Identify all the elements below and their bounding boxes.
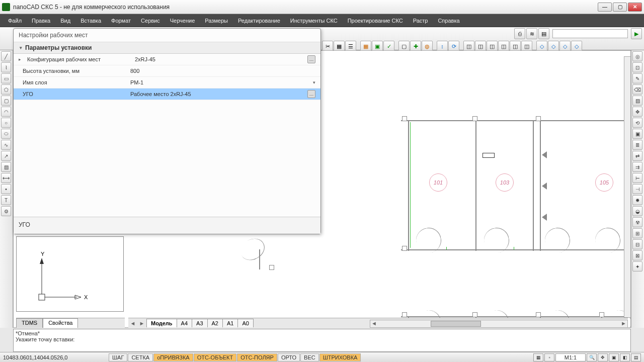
lr-hatch-icon[interactable]: ▨ bbox=[1, 162, 11, 172]
status-zoom-icon[interactable]: 🔍 bbox=[587, 353, 597, 361]
status-flag-штриховка[interactable]: ШТРИХОВКА bbox=[319, 353, 361, 361]
rr-bomb-icon[interactable]: ☢ bbox=[632, 217, 642, 227]
menu-edit[interactable]: Правка bbox=[27, 16, 55, 26]
tool-layers-icon[interactable]: ≋ bbox=[526, 28, 537, 39]
dropdown-icon[interactable]: ▾ bbox=[313, 80, 315, 85]
scroll-right-icon[interactable]: ► bbox=[621, 320, 626, 326]
menu-help[interactable]: Справка bbox=[433, 16, 464, 26]
lr-rect-icon[interactable]: ▭ bbox=[1, 73, 11, 83]
menu-format[interactable]: Формат bbox=[106, 16, 136, 26]
preview-pane: Y X bbox=[16, 236, 124, 312]
side-tab-tdms[interactable]: TDMS bbox=[16, 318, 43, 328]
menu-draw[interactable]: Черчение bbox=[165, 16, 200, 26]
menu-raster[interactable]: Растр bbox=[408, 16, 433, 26]
status-extra-icon[interactable]: ▤ bbox=[631, 353, 641, 361]
lr-ellipse-icon[interactable]: ⬭ bbox=[1, 129, 11, 139]
prop-row-ugo[interactable]: УГО Рабочее место 2xRJ-45… bbox=[14, 88, 320, 100]
lr-arc-icon[interactable]: ◠ bbox=[1, 107, 11, 117]
lr-pline-icon[interactable]: ⌇ bbox=[1, 62, 11, 72]
status-paper-icon[interactable]: ▫ bbox=[544, 353, 554, 361]
rr-h1-icon[interactable]: ⊞ bbox=[632, 228, 642, 238]
tab-nav-prev[interactable]: ◄ bbox=[128, 320, 137, 326]
status-clean-icon[interactable]: ◧ bbox=[620, 353, 630, 361]
rr-mirror-icon[interactable]: ⇄ bbox=[632, 151, 642, 161]
lr-spline-icon[interactable]: ∿ bbox=[1, 140, 11, 150]
status-flag-отс-объект[interactable]: ОТС-ОБЪЕКТ bbox=[194, 353, 236, 361]
tab-a3[interactable]: A3 bbox=[192, 319, 207, 327]
rr-h2-icon[interactable]: ⊟ bbox=[632, 239, 642, 249]
status-scale[interactable]: М1:1 bbox=[555, 353, 586, 361]
menu-view[interactable]: Вид bbox=[55, 16, 75, 26]
tab-a0[interactable]: A0 bbox=[237, 319, 253, 327]
tab-model[interactable]: Модель bbox=[146, 319, 177, 327]
prop-row-height[interactable]: Высота установки, мм 800 bbox=[14, 65, 320, 77]
status-flag-шаг[interactable]: ШАГ bbox=[109, 353, 127, 361]
menu-dimensions[interactable]: Размеры bbox=[200, 16, 233, 26]
menu-modify[interactable]: Редактирование bbox=[233, 16, 285, 26]
vertical-scrollbar[interactable] bbox=[624, 56, 631, 318]
rr-palette-icon[interactable]: ◒ bbox=[632, 206, 642, 216]
rr-erase-icon[interactable]: ⌫ bbox=[632, 84, 642, 95]
status-win-icon[interactable]: ▣ bbox=[609, 353, 619, 361]
menu-sks-design[interactable]: Проектирование СКС bbox=[343, 16, 408, 26]
menu-file[interactable]: Файл bbox=[3, 16, 27, 26]
rr-fit-icon[interactable]: ▣ bbox=[632, 129, 642, 139]
rr-h3-icon[interactable]: ⊠ bbox=[632, 250, 642, 260]
menu-insert[interactable]: Вставка bbox=[75, 16, 106, 26]
scroll-left-icon[interactable]: ◄ bbox=[371, 320, 377, 326]
rr-move-icon[interactable]: ✥ bbox=[632, 107, 642, 117]
titlebar: nanoCAD СКС 5 - не для коммерческого исп… bbox=[0, 0, 644, 14]
rr-extend-icon[interactable]: ⊣ bbox=[632, 184, 642, 194]
toolbar-input[interactable] bbox=[552, 29, 628, 38]
menu-service[interactable]: Сервис bbox=[136, 16, 165, 26]
lr-dim-icon[interactable]: ⟷ bbox=[1, 173, 11, 183]
rr-explode-icon[interactable]: ✹ bbox=[632, 195, 642, 205]
lr-ray-icon[interactable]: ↗ bbox=[1, 151, 11, 161]
rr-node-icon[interactable]: ⊡ bbox=[632, 62, 642, 72]
prop-row-config[interactable]: ▸ Конфигурация рабочих мест 2xRJ-45… bbox=[14, 54, 320, 65]
rr-layer-icon[interactable]: ≣ bbox=[632, 140, 642, 150]
tool-run-icon[interactable]: ▶ bbox=[631, 28, 642, 39]
rr-star-icon[interactable]: ✦ bbox=[632, 261, 642, 272]
minimize-button[interactable]: — bbox=[598, 3, 612, 12]
lr-box-icon[interactable]: ▢ bbox=[1, 96, 11, 106]
ellipsis-button[interactable]: … bbox=[307, 90, 315, 98]
close-button[interactable]: ✕ bbox=[628, 3, 642, 12]
rr-hatch-icon[interactable]: ▨ bbox=[632, 96, 642, 106]
status-flag-орто[interactable]: ОРТО bbox=[278, 353, 300, 361]
room-label: 103 bbox=[496, 173, 514, 192]
tab-a4[interactable]: A4 bbox=[177, 319, 192, 327]
lr-line-icon[interactable]: ╱ bbox=[1, 51, 11, 61]
side-tab-properties[interactable]: Свойства bbox=[43, 318, 78, 328]
tool-page-icon[interactable]: ▤ bbox=[538, 28, 549, 39]
lr-circle-icon[interactable]: ○ bbox=[1, 118, 11, 128]
horizontal-scrollbar[interactable]: ◄ ► bbox=[370, 320, 628, 328]
tab-a2[interactable]: A2 bbox=[207, 319, 223, 327]
rr-rotate-icon[interactable]: ⟲ bbox=[632, 118, 642, 128]
command-line[interactable]: *Отмена* Укажите точку вставки: bbox=[13, 329, 631, 352]
status-pan-icon[interactable]: ✥ bbox=[598, 353, 608, 361]
rr-snap-icon[interactable]: ◎ bbox=[632, 51, 642, 61]
scroll-thumb[interactable] bbox=[431, 321, 481, 327]
status-flag-вес[interactable]: ВЕС bbox=[300, 353, 319, 361]
rr-trim-icon[interactable]: ⊢ bbox=[632, 173, 642, 183]
lr-text-icon[interactable]: T bbox=[1, 195, 11, 205]
tool-print-icon[interactable]: ⎙ bbox=[514, 28, 525, 39]
status-flag-отс-поляр[interactable]: ОТС-ПОЛЯР bbox=[237, 353, 277, 361]
tab-nav-next[interactable]: ► bbox=[137, 320, 146, 326]
tab-a1[interactable]: A1 bbox=[222, 319, 238, 327]
status-model-icon[interactable]: ▦ bbox=[533, 353, 543, 361]
lr-point-icon[interactable]: • bbox=[1, 184, 11, 194]
lr-settings-icon[interactable]: ⚙ bbox=[1, 206, 11, 216]
maximize-button[interactable]: ▢ bbox=[613, 3, 627, 12]
rr-offset-icon[interactable]: ⇉ bbox=[632, 162, 642, 172]
menu-sks-tools[interactable]: Инструменты СКС bbox=[285, 16, 343, 26]
prop-value: 2xRJ-45 bbox=[135, 56, 155, 62]
status-flag-опривязка[interactable]: оПРИВЯЗКА bbox=[153, 353, 193, 361]
lr-poly-icon[interactable]: ⬠ bbox=[1, 84, 11, 95]
rr-pen-icon[interactable]: ✎ bbox=[632, 73, 642, 83]
panel-section-header[interactable]: Параметры установки bbox=[14, 42, 320, 54]
status-flag-сетка[interactable]: СЕТКА bbox=[128, 353, 153, 361]
prop-row-layer[interactable]: Имя слоя РМ-1▾ bbox=[14, 77, 320, 88]
ellipsis-button[interactable]: … bbox=[307, 55, 315, 63]
